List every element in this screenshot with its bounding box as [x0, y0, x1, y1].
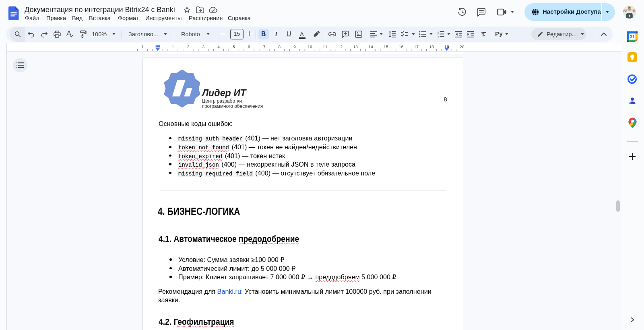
svg-text:17: 17 [414, 45, 419, 50]
svg-text:8: 8 [278, 45, 281, 50]
svg-text:0: 0 [633, 10, 635, 12]
svg-text:2: 2 [187, 45, 189, 50]
svg-text:16: 16 [398, 45, 403, 50]
svg-text:4: 4 [217, 45, 220, 50]
svg-text:12: 12 [338, 45, 343, 50]
svg-text:9: 9 [293, 45, 296, 50]
svg-text:13: 13 [353, 45, 358, 50]
svg-text:2: 2 [438, 33, 439, 35]
svg-text:20: 20 [460, 45, 464, 50]
svg-text:15: 15 [384, 45, 388, 50]
svg-text:7: 7 [263, 45, 265, 50]
svg-text:1: 1 [438, 31, 439, 33]
svg-text:19: 19 [444, 45, 449, 50]
svg-text:1: 1 [172, 45, 174, 50]
svg-text:3: 3 [202, 45, 204, 50]
svg-text:3: 3 [438, 35, 439, 37]
svg-text:De: De [623, 10, 627, 12]
svg-text:6: 6 [248, 45, 250, 50]
svg-text:10: 10 [308, 45, 312, 50]
svg-text:11: 11 [322, 45, 327, 50]
svg-text:1: 1 [141, 45, 144, 50]
svg-text:18: 18 [429, 45, 434, 50]
svg-text:31: 31 [630, 34, 635, 39]
svg-text:5: 5 [233, 45, 235, 50]
svg-text:14: 14 [368, 45, 373, 50]
